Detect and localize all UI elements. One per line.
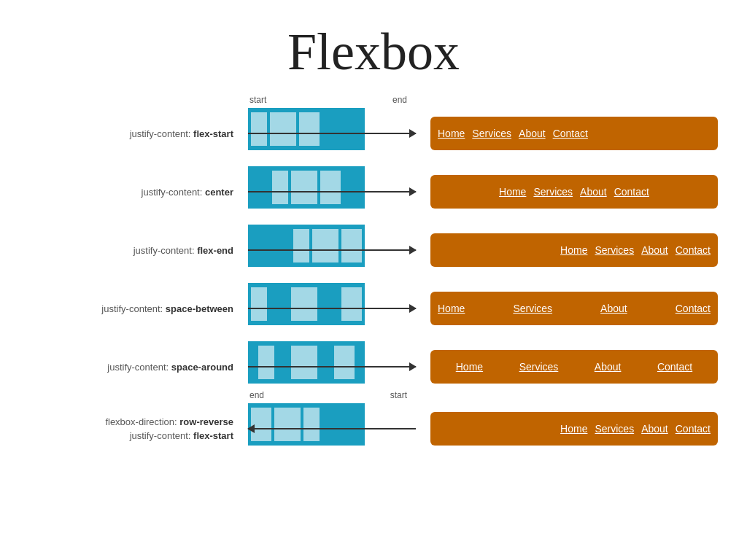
flex-item-2 <box>291 287 317 321</box>
row-space-around: justify-content: space-around Home Servi… <box>44 338 718 396</box>
flex-diagram-row-reverse <box>248 403 365 446</box>
nav-link-contact[interactable]: Contact <box>657 361 692 373</box>
flex-item-1 <box>293 229 309 262</box>
end-label: end <box>392 95 407 105</box>
nav-link-services[interactable]: Services <box>472 128 511 139</box>
row-row-reverse: flexbox-direction: row-reverse justify-c… <box>44 396 718 462</box>
nav-link-about[interactable]: About <box>580 186 607 198</box>
nav-link-about[interactable]: About <box>641 244 668 256</box>
nav-link-services[interactable]: Services <box>533 186 573 198</box>
flex-diagram-space-between <box>248 283 365 325</box>
nav-link-home[interactable]: Home <box>456 361 483 373</box>
nav-flex-start: Home Services About Contact <box>430 117 718 150</box>
nav-link-about[interactable]: About <box>595 361 622 373</box>
flex-item-2 <box>274 408 301 441</box>
val-label-1: row-reverse <box>179 416 233 427</box>
flex-diagram-flex-start <box>248 108 365 150</box>
flex-item-1 <box>251 112 267 146</box>
flex-item-1 <box>303 408 320 441</box>
label-flex-start: justify-content: flex-start <box>44 128 248 139</box>
flex-item-3 <box>334 346 355 379</box>
nav-link-contact[interactable]: Contact <box>553 128 588 139</box>
arrow-line <box>248 133 416 134</box>
label-flex-end: justify-content: flex-end <box>44 245 248 256</box>
flex-diagram-flex-end <box>248 225 365 267</box>
nav-center: Home Services About Contact <box>430 175 718 209</box>
flex-diagram-center <box>248 166 365 209</box>
nav-link-about[interactable]: About <box>641 423 668 435</box>
flex-diagram-space-around <box>248 341 365 384</box>
label-space-around: justify-content: space-around <box>44 362 248 373</box>
nav-space-around: Home Services About Contact <box>430 350 718 384</box>
diagram-flex-start: start end <box>248 108 416 159</box>
main-content: justify-content: flex-start start end Ho… <box>0 97 747 469</box>
nav-link-home[interactable]: Home <box>560 244 587 256</box>
flex-item-3 <box>320 171 341 204</box>
nav-link-contact[interactable]: Contact <box>676 423 711 435</box>
arrow-line <box>248 249 416 251</box>
row-flex-end: justify-content: flex-end Home Services … <box>44 221 718 279</box>
row-flex-start: justify-content: flex-start start end Ho… <box>44 104 718 163</box>
diagram-row-reverse: end start <box>248 403 416 454</box>
flex-item-3 <box>341 229 362 262</box>
nav-link-home[interactable]: Home <box>438 303 465 314</box>
diagram-center <box>248 166 416 217</box>
nav-link-services[interactable]: Services <box>595 423 634 435</box>
flex-item-1 <box>251 287 267 321</box>
nav-link-about[interactable]: About <box>519 128 546 139</box>
nav-flex-end: Home Services About Contact <box>430 233 718 267</box>
nav-link-contact[interactable]: Contact <box>614 186 649 198</box>
nav-row-reverse: Home Services About Contact <box>430 412 718 446</box>
flex-item-1 <box>258 346 274 379</box>
arrow-line <box>248 308 416 309</box>
nav-link-services[interactable]: Services <box>513 303 552 314</box>
val-label: space-around <box>171 362 233 373</box>
nav-link-home[interactable]: Home <box>560 423 587 435</box>
row-center: justify-content: center Home Services Ab… <box>44 163 718 221</box>
prop-label-1: flexbox-direction: <box>105 416 179 427</box>
arrow-line-left <box>248 428 416 429</box>
flex-item-3 <box>341 287 362 321</box>
start-label: start <box>249 95 266 105</box>
prop-label: justify-content: <box>142 187 205 198</box>
flex-item-3 <box>299 112 320 146</box>
start-label: start <box>390 390 407 400</box>
val-label-2: flex-start <box>193 430 233 441</box>
val-label: space-between <box>166 303 233 314</box>
prop-label: justify-content: <box>107 362 171 373</box>
flex-item-1 <box>272 171 288 204</box>
nav-link-contact[interactable]: Contact <box>676 244 711 256</box>
flex-item-2 <box>270 112 296 146</box>
label-space-between: justify-content: space-between <box>44 303 248 314</box>
val-label: flex-end <box>197 245 233 256</box>
arrow-line <box>248 191 416 192</box>
nav-link-about[interactable]: About <box>600 303 627 314</box>
nav-link-services[interactable]: Services <box>519 361 559 373</box>
nav-link-services[interactable]: Services <box>595 244 634 256</box>
nav-link-contact[interactable]: Contact <box>676 303 711 314</box>
flex-item-2 <box>291 171 317 204</box>
end-label: end <box>249 390 264 400</box>
diagram-space-between <box>248 283 416 334</box>
diagram-flex-end <box>248 225 416 276</box>
diagram-space-around <box>248 341 416 392</box>
label-center: justify-content: center <box>44 187 248 198</box>
val-label: flex-start <box>193 128 233 139</box>
nav-link-home[interactable]: Home <box>438 128 465 139</box>
flex-item-2 <box>312 229 338 262</box>
flex-item-2 <box>291 346 317 379</box>
prop-label: justify-content: <box>130 128 193 139</box>
arrow-line <box>248 366 416 368</box>
val-label: center <box>205 187 233 198</box>
label-row-reverse: flexbox-direction: row-reverse justify-c… <box>44 415 248 443</box>
prop-label-2: justify-content: <box>130 430 193 441</box>
row-space-between: justify-content: space-between Home Serv… <box>44 279 718 338</box>
nav-link-home[interactable]: Home <box>499 186 526 198</box>
prop-label: justify-content: <box>101 303 165 314</box>
page-title: Flexbox <box>0 0 747 97</box>
nav-space-between: Home Services About Contact <box>430 292 718 325</box>
prop-label: justify-content: <box>133 245 197 256</box>
